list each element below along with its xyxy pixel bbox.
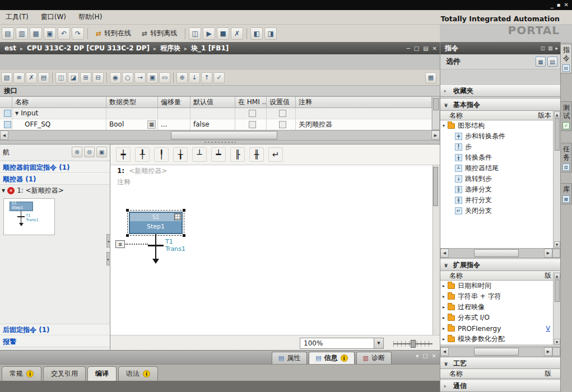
stop-icon[interactable]: ■ [217,27,229,40]
scroll-thumb[interactable] [555,279,560,302]
folder-expander-icon[interactable]: ▸ [443,326,445,331]
tree-item-close-branch[interactable]: ↵ 关闭分支 [440,206,553,216]
selection-handle[interactable] [126,234,129,237]
header-hmi[interactable]: 在 HMI ... [235,97,267,108]
split-editor-vertical-icon[interactable]: ◨ [264,27,277,40]
scroll-thumb[interactable] [555,118,560,151]
inspector-collapse-icon[interactable]: ▾ [416,353,418,359]
open-branch-icon[interactable]: ╟ [230,147,245,162]
scroll-thumb[interactable] [171,131,277,139]
detail-view-icon[interactable]: ▦ [425,72,436,83]
collapse-navigation-icon[interactable]: ◂ [106,234,110,248]
zoom-combobox[interactable]: 100% ▼ [300,338,384,349]
side-tab-libraries[interactable]: 库 ▦ [561,183,572,204]
sequence-name[interactable]: <新顺控器> [129,166,167,176]
zoom-slider[interactable] [393,340,433,348]
copy-snapshot-icon[interactable]: ◪ [68,72,79,83]
extended-list-vscroll[interactable]: ▲ ▼ [553,272,560,346]
delete-row-icon[interactable]: ✗ [26,72,37,83]
communication-section-header[interactable]: › 通信 [440,380,560,392]
header-setvalue[interactable]: 设置值 [267,97,296,108]
scroll-down-icon[interactable]: ▼ [554,339,560,345]
step-icon[interactable]: ╿ [154,147,169,162]
scroll-right-icon[interactable]: ▶ [544,249,552,258]
extended-hscroll[interactable]: ◀ ▶ [440,347,560,357]
insert-network-icon[interactable]: ▧ [1,72,12,83]
window-maximize-button[interactable]: ▪ [557,2,561,8]
folder-expander-icon[interactable]: ▸ [443,337,445,342]
tree-item-jump-to-step[interactable]: ↓ 跳转到步 [440,174,553,184]
sequencer-thumbnail[interactable]: S1 Step1 T1 Trans1 [3,198,55,235]
window-minimize-button[interactable]: _ [551,2,554,8]
header-comment[interactable]: 注释 [296,97,432,108]
scroll-thumb[interactable] [433,167,438,206]
free-comment-icon[interactable]: ▭ [159,72,170,83]
scroll-track[interactable] [449,347,544,356]
breadcrumb-item-program-blocks[interactable]: 程序块 [160,44,180,53]
breadcrumb-item-block[interactable]: 块_1 [FB1] [191,44,229,53]
row-default[interactable]: false [193,119,210,130]
go-offline-button[interactable]: ⇄ 转到离线 [137,27,182,40]
tree-item-parallel-branch[interactable]: ╫ 并行分支 [440,195,553,206]
tab-info[interactable]: ▤ 信息 i [309,352,354,364]
tab-cross-references[interactable]: 交叉引用 [43,366,86,381]
folder-date-and-time[interactable]: ▸ 日期和时间 [440,281,553,291]
header-offset[interactable]: 偏移量 [158,97,190,108]
step-and-transition-icon[interactable]: ┿ [116,147,131,162]
tree-item-selective-branch[interactable]: ╟ 选择分支 [440,184,553,195]
scroll-track[interactable] [449,249,544,258]
transition-name[interactable]: Trans1 [165,245,185,253]
sequence-end-icon[interactable]: ┴ [192,147,207,162]
hmi-checkbox[interactable] [249,121,256,128]
add-row-icon[interactable]: ≡ [13,72,25,83]
go-online-button[interactable]: ⇄ 转到在线 [91,27,136,40]
tree-item-transition[interactable]: ╁ 转换条件 [440,152,553,163]
interface-table-vscroll[interactable] [432,96,440,130]
save-project-icon[interactable]: ▥ [16,27,28,40]
header-name[interactable]: 名称 [12,97,106,108]
header-datatype[interactable]: 数据类型 [106,97,158,108]
tree-item-step[interactable]: ╿ 步 [440,142,553,152]
expand-all-icon[interactable]: ⊞ [80,72,91,83]
keep-actual-values-icon[interactable]: ▤ [38,72,49,83]
side-tab-instructions[interactable]: 指令 ▤ [561,44,572,73]
editor-minimize-icon[interactable]: ─ [407,45,410,52]
column-version[interactable]: 版 [545,369,551,378]
scroll-left-icon[interactable]: ◀ [440,249,449,258]
pre-fixed-commands-link[interactable]: 顺控器前固定指令 (1) [0,161,110,173]
column-name[interactable]: 名称 [449,370,463,377]
scroll-right-icon[interactable]: ▶ [544,347,552,356]
column-version[interactable]: 版本 [538,111,551,120]
step-actions-table-icon[interactable] [174,213,181,220]
table-row-input[interactable]: ▼ Input [0,108,432,119]
transition-and-step-icon[interactable]: ╀ [135,147,150,162]
tab-general[interactable]: 常规 i [2,366,41,381]
sequencers-link[interactable]: 顺控器 (1) [0,173,110,185]
scroll-thumb[interactable] [474,249,519,257]
parallel-branch-icon[interactable]: ╫ [249,147,264,162]
scroll-left-icon[interactable]: ◀ [440,347,449,356]
update-block-call-icon[interactable]: ⊕ [176,72,188,83]
zoom-out-icon[interactable]: ⊖ [84,147,95,157]
window-close-button[interactable]: ✕ [564,2,569,8]
tree-item-step-and-transition[interactable]: ┿ 步和转换条件 [440,131,553,142]
monitoring-off-icon[interactable]: ○ [122,72,133,83]
interface-hscroll[interactable]: ◀ ▶ [0,130,440,141]
sequencer-tree-item[interactable]: ▼ ✕ 1: <新顺控器> [0,185,110,196]
options-grid-view-icon[interactable]: ▦ [536,57,546,67]
combo-dropdown-icon[interactable]: ▼ [374,338,383,348]
zoom-fit-icon[interactable]: ▣ [96,147,107,157]
monitoring-on-icon[interactable]: ◉ [110,72,121,83]
folder-expander-icon[interactable]: ▸ [443,283,445,288]
editor-float-icon[interactable]: □ [414,45,419,52]
block-consistency-icon[interactable]: ✓ [213,72,225,83]
tab-syntax[interactable]: 语法 i [118,366,158,381]
close-branch-icon[interactable]: ↵ [268,147,283,162]
tree-item-sequence-end[interactable]: ┴ 顺控器结尾 [440,163,553,174]
scroll-up-icon[interactable]: ▲ [554,111,560,118]
panel-expand-icon[interactable]: ▸ [555,45,558,51]
folder-expander-icon[interactable]: ▸ [443,315,445,320]
column-name[interactable]: 名称 [449,272,463,279]
delete-icon[interactable]: ✗ [231,27,243,40]
tab-compile[interactable]: 编译 [87,366,117,381]
